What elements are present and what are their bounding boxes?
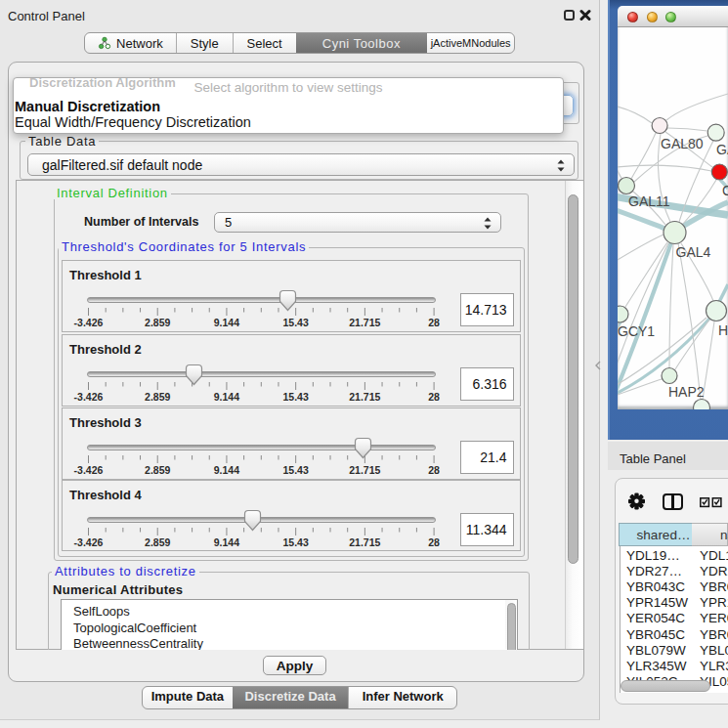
svg-text:GCY1: GCY1 [618,323,655,339]
svg-text:GAL11: GAL11 [628,193,670,209]
svg-text:GAL4: GAL4 [676,244,711,260]
svg-text:GAL80: GAL80 [661,136,704,151]
svg-text:C: C [722,183,728,198]
svg-text:HAP2: HAP2 [668,384,705,400]
svg-text:GA: GA [716,142,728,157]
svg-text:H: H [718,322,728,338]
